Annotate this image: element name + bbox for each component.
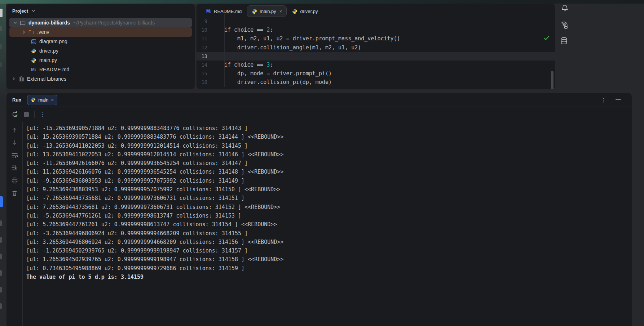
notifications-bell-icon[interactable] bbox=[561, 4, 569, 12]
rerun-button[interactable] bbox=[12, 111, 18, 118]
stop-button[interactable] bbox=[24, 112, 29, 117]
code-line[interactable]: 11 m1, m2, u1, u2 = driver.prompt_mass_a… bbox=[197, 34, 555, 43]
active-toolwindow-indicator[interactable] bbox=[0, 196, 3, 207]
more-options-icon[interactable]: ⋮ bbox=[601, 97, 606, 103]
chevron-down-icon bbox=[12, 22, 18, 24]
tree-item-external-libraries[interactable]: External Libraries bbox=[9, 74, 192, 84]
tree-item-venv[interactable]: .venv bbox=[9, 27, 192, 37]
tab-main-py[interactable]: main.py × bbox=[247, 5, 287, 17]
line-number: 16 bbox=[197, 79, 207, 85]
tree-item-readme-md[interactable]: M↓ README.md bbox=[9, 65, 192, 74]
up-stack-trace-icon[interactable] bbox=[12, 127, 17, 133]
line-number: 11 bbox=[197, 36, 207, 41]
code-editor[interactable]: 910if choice == 2:11 m1, m2, u1, u2 = dr… bbox=[197, 17, 555, 87]
left-stripe-partial-icon[interactable] bbox=[0, 237, 2, 243]
divider bbox=[34, 111, 35, 118]
inspection-ok-icon[interactable] bbox=[544, 36, 550, 40]
code-text: driver.collision_pi(dp, mode) bbox=[224, 79, 332, 85]
console-output[interactable]: [u1: -15.265369390571884 u2: 0.999999988… bbox=[23, 122, 632, 326]
python-icon bbox=[30, 48, 37, 54]
console-line: [u1: -5.265369447761261 u2: 0.9999999986… bbox=[26, 211, 632, 220]
tree-item-label: External Libraries bbox=[27, 76, 66, 82]
tree-item-driver-py[interactable]: driver.py bbox=[9, 46, 192, 55]
code-line[interactable]: 15 dp, mode = driver.prompt_pi() bbox=[197, 69, 555, 78]
line-number: 17 bbox=[197, 88, 207, 89]
code-line[interactable]: 13 bbox=[197, 52, 555, 61]
folder-icon bbox=[28, 30, 35, 35]
console-line: [u1: 15.265369390571884 u2: 0.9999999883… bbox=[26, 133, 632, 141]
library-icon bbox=[18, 76, 25, 81]
scroll-to-end-icon[interactable] bbox=[12, 165, 17, 171]
console-line: [u1: 13.265369411022053 u2: 0.9999999912… bbox=[26, 150, 632, 159]
code-line[interactable]: 14if choice == 3: bbox=[197, 61, 555, 69]
left-stripe-partial-icon[interactable] bbox=[0, 9, 3, 17]
run-tool-window: Run main × ⋮ ⋮ bbox=[6, 93, 632, 326]
project-root-path: ~/PycharmProjects/dynamic-billiards bbox=[73, 20, 155, 26]
chevron-right-icon bbox=[11, 77, 17, 81]
clear-all-icon[interactable] bbox=[12, 190, 17, 196]
left-stripe-partial-icon[interactable] bbox=[0, 287, 2, 292]
database-icon[interactable] bbox=[560, 37, 568, 45]
python-icon bbox=[31, 97, 36, 102]
console-toolbar bbox=[6, 122, 23, 326]
tab-driver-py[interactable]: driver.py bbox=[287, 5, 322, 17]
print-icon[interactable] bbox=[12, 178, 18, 183]
left-stripe-partial-icon[interactable] bbox=[0, 26, 2, 31]
code-line[interactable]: 16 driver.collision_pi(dp, mode) bbox=[197, 78, 555, 86]
python-icon bbox=[30, 58, 37, 63]
desktop-glow-band bbox=[0, 0, 644, 4]
console-line: [u1: -3.2653694496806924 u2: 0.999999999… bbox=[26, 229, 632, 238]
run-tab-label: main bbox=[38, 97, 48, 103]
tree-item-label: diagram.png bbox=[39, 39, 67, 44]
tree-item-project-root[interactable]: dynamic-billiards ~/PycharmProjects/dyna… bbox=[9, 18, 192, 27]
project-root-name: dynamic-billiards bbox=[28, 20, 70, 26]
code-text: if choice == 3: bbox=[224, 62, 273, 68]
editor-area: M↓ README.md main.py × driver.py 910if c… bbox=[197, 4, 555, 89]
run-title: Run bbox=[12, 97, 21, 103]
console-line: [u1: 7.265369443735681 u2: 0.99999999736… bbox=[26, 203, 632, 211]
left-stripe-partial-icon[interactable] bbox=[0, 254, 2, 259]
ide-window: Project dynamic-billiards ~/PycharmProje… bbox=[0, 0, 644, 326]
code-line[interactable]: 10if choice == 2: bbox=[197, 26, 555, 34]
editor-scrollbar[interactable] bbox=[551, 71, 553, 89]
tree-item-diagram-png[interactable]: diagram.png bbox=[9, 37, 192, 46]
console-line: [u1: -13.265369411022053 u2: 0.999999991… bbox=[26, 142, 632, 150]
code-line[interactable]: 17 bbox=[197, 87, 555, 90]
down-stack-trace-icon[interactable] bbox=[12, 140, 17, 146]
console-line: [u1: 9.265369436803953 u2: 0.99999999570… bbox=[26, 185, 632, 194]
markdown-icon: M↓ bbox=[206, 9, 211, 14]
markdown-icon: M↓ bbox=[30, 67, 37, 72]
line-number: 14 bbox=[197, 62, 207, 68]
tree-item-label: .venv bbox=[37, 29, 49, 35]
console-line: [u1: 11.265369426166076 u2: 0.9999999936… bbox=[26, 168, 632, 176]
close-icon[interactable]: × bbox=[279, 9, 282, 14]
run-tab-main[interactable]: main × bbox=[27, 95, 57, 105]
close-icon[interactable]: × bbox=[51, 97, 54, 103]
left-stripe-partial-icon[interactable] bbox=[0, 270, 2, 276]
hide-tool-window-icon[interactable] bbox=[616, 99, 621, 100]
tree-item-label: main.py bbox=[39, 57, 57, 63]
code-lines: 910if choice == 2:11 m1, m2, u1, u2 = dr… bbox=[197, 17, 555, 89]
python-icon bbox=[252, 9, 257, 14]
left-stripe-partial-icon[interactable] bbox=[0, 220, 2, 226]
console-line: [u1: 5.265369447761261 u2: 0.99999999861… bbox=[26, 220, 632, 229]
line-number: 15 bbox=[197, 71, 207, 76]
folder-icon bbox=[19, 20, 26, 25]
soft-wrap-icon[interactable] bbox=[12, 152, 18, 158]
console-line: [u1: -1.2653694502939765 u2: 0.999999999… bbox=[26, 246, 632, 255]
code-text: if choice == 2: bbox=[224, 27, 273, 33]
ai-assistant-icon[interactable] bbox=[560, 21, 569, 30]
code-line[interactable]: 12 driver.collision_angle(m1, m2, u1, u2… bbox=[197, 43, 555, 52]
left-stripe-partial-icon[interactable] bbox=[0, 62, 2, 67]
left-stripe-partial-icon[interactable] bbox=[0, 44, 2, 49]
tab-label: main.py bbox=[260, 9, 276, 14]
chevron-right-icon bbox=[21, 30, 27, 34]
project-header[interactable]: Project bbox=[6, 4, 195, 18]
console-line: [u1: 1.2653694502939765 u2: 0.9999999999… bbox=[26, 255, 632, 264]
tree-item-main-py[interactable]: main.py bbox=[9, 55, 192, 65]
run-toolbar: ⋮ bbox=[6, 107, 632, 122]
code-line[interactable]: 9 bbox=[197, 17, 555, 26]
left-stripe-partial-icon[interactable] bbox=[0, 303, 2, 309]
console-line: [u1: 3.2653694496806924 u2: 0.9999999994… bbox=[26, 238, 632, 246]
more-options-icon[interactable]: ⋮ bbox=[40, 112, 45, 117]
